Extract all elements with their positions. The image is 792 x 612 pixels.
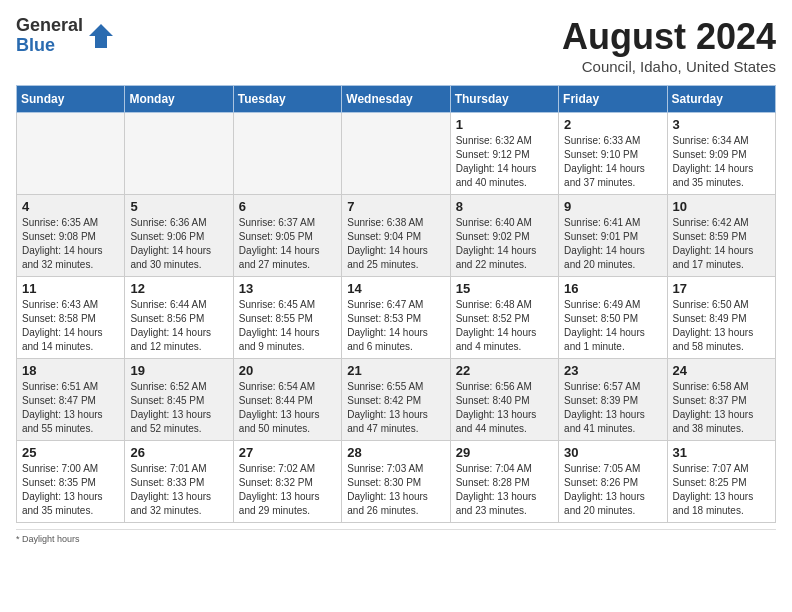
day-info: Sunrise: 7:01 AMSunset: 8:33 PMDaylight:… bbox=[130, 462, 227, 518]
day-number: 12 bbox=[130, 281, 227, 296]
daylight-note: * Daylight hours bbox=[16, 529, 776, 544]
day-number: 3 bbox=[673, 117, 770, 132]
calendar-cell: 12Sunrise: 6:44 AMSunset: 8:56 PMDayligh… bbox=[125, 277, 233, 359]
day-number: 2 bbox=[564, 117, 661, 132]
day-info: Sunrise: 6:52 AMSunset: 8:45 PMDaylight:… bbox=[130, 380, 227, 436]
day-info: Sunrise: 7:04 AMSunset: 8:28 PMDaylight:… bbox=[456, 462, 553, 518]
calendar-cell: 26Sunrise: 7:01 AMSunset: 8:33 PMDayligh… bbox=[125, 441, 233, 523]
day-number: 10 bbox=[673, 199, 770, 214]
calendar-cell: 20Sunrise: 6:54 AMSunset: 8:44 PMDayligh… bbox=[233, 359, 341, 441]
calendar-cell: 4Sunrise: 6:35 AMSunset: 9:08 PMDaylight… bbox=[17, 195, 125, 277]
calendar-cell bbox=[233, 113, 341, 195]
day-info: Sunrise: 6:58 AMSunset: 8:37 PMDaylight:… bbox=[673, 380, 770, 436]
calendar-cell: 7Sunrise: 6:38 AMSunset: 9:04 PMDaylight… bbox=[342, 195, 450, 277]
day-number: 15 bbox=[456, 281, 553, 296]
day-number: 25 bbox=[22, 445, 119, 460]
calendar-cell: 21Sunrise: 6:55 AMSunset: 8:42 PMDayligh… bbox=[342, 359, 450, 441]
logo-icon bbox=[87, 22, 115, 50]
day-number: 28 bbox=[347, 445, 444, 460]
calendar-cell: 18Sunrise: 6:51 AMSunset: 8:47 PMDayligh… bbox=[17, 359, 125, 441]
header-thursday: Thursday bbox=[450, 86, 558, 113]
day-info: Sunrise: 6:47 AMSunset: 8:53 PMDaylight:… bbox=[347, 298, 444, 354]
calendar-cell: 6Sunrise: 6:37 AMSunset: 9:05 PMDaylight… bbox=[233, 195, 341, 277]
day-number: 17 bbox=[673, 281, 770, 296]
calendar-cell: 1Sunrise: 6:32 AMSunset: 9:12 PMDaylight… bbox=[450, 113, 558, 195]
calendar-week-4: 18Sunrise: 6:51 AMSunset: 8:47 PMDayligh… bbox=[17, 359, 776, 441]
calendar-cell: 17Sunrise: 6:50 AMSunset: 8:49 PMDayligh… bbox=[667, 277, 775, 359]
calendar-cell: 15Sunrise: 6:48 AMSunset: 8:52 PMDayligh… bbox=[450, 277, 558, 359]
day-number: 7 bbox=[347, 199, 444, 214]
calendar-table: SundayMondayTuesdayWednesdayThursdayFrid… bbox=[16, 85, 776, 523]
calendar-cell: 3Sunrise: 6:34 AMSunset: 9:09 PMDaylight… bbox=[667, 113, 775, 195]
calendar-cell bbox=[342, 113, 450, 195]
calendar-week-2: 4Sunrise: 6:35 AMSunset: 9:08 PMDaylight… bbox=[17, 195, 776, 277]
calendar-week-3: 11Sunrise: 6:43 AMSunset: 8:58 PMDayligh… bbox=[17, 277, 776, 359]
day-info: Sunrise: 6:36 AMSunset: 9:06 PMDaylight:… bbox=[130, 216, 227, 272]
day-number: 4 bbox=[22, 199, 119, 214]
day-number: 5 bbox=[130, 199, 227, 214]
day-number: 11 bbox=[22, 281, 119, 296]
header-wednesday: Wednesday bbox=[342, 86, 450, 113]
day-info: Sunrise: 6:34 AMSunset: 9:09 PMDaylight:… bbox=[673, 134, 770, 190]
day-info: Sunrise: 6:48 AMSunset: 8:52 PMDaylight:… bbox=[456, 298, 553, 354]
calendar-cell: 10Sunrise: 6:42 AMSunset: 8:59 PMDayligh… bbox=[667, 195, 775, 277]
calendar-cell: 23Sunrise: 6:57 AMSunset: 8:39 PMDayligh… bbox=[559, 359, 667, 441]
day-number: 31 bbox=[673, 445, 770, 460]
day-number: 6 bbox=[239, 199, 336, 214]
day-info: Sunrise: 7:03 AMSunset: 8:30 PMDaylight:… bbox=[347, 462, 444, 518]
calendar-cell: 9Sunrise: 6:41 AMSunset: 9:01 PMDaylight… bbox=[559, 195, 667, 277]
calendar-cell: 16Sunrise: 6:49 AMSunset: 8:50 PMDayligh… bbox=[559, 277, 667, 359]
location: Council, Idaho, United States bbox=[562, 58, 776, 75]
day-info: Sunrise: 6:50 AMSunset: 8:49 PMDaylight:… bbox=[673, 298, 770, 354]
calendar-cell: 24Sunrise: 6:58 AMSunset: 8:37 PMDayligh… bbox=[667, 359, 775, 441]
calendar-cell: 2Sunrise: 6:33 AMSunset: 9:10 PMDaylight… bbox=[559, 113, 667, 195]
day-number: 23 bbox=[564, 363, 661, 378]
day-info: Sunrise: 6:33 AMSunset: 9:10 PMDaylight:… bbox=[564, 134, 661, 190]
day-info: Sunrise: 6:57 AMSunset: 8:39 PMDaylight:… bbox=[564, 380, 661, 436]
day-number: 13 bbox=[239, 281, 336, 296]
day-info: Sunrise: 7:02 AMSunset: 8:32 PMDaylight:… bbox=[239, 462, 336, 518]
day-info: Sunrise: 6:51 AMSunset: 8:47 PMDaylight:… bbox=[22, 380, 119, 436]
day-number: 24 bbox=[673, 363, 770, 378]
day-info: Sunrise: 6:55 AMSunset: 8:42 PMDaylight:… bbox=[347, 380, 444, 436]
calendar-cell bbox=[17, 113, 125, 195]
day-info: Sunrise: 6:49 AMSunset: 8:50 PMDaylight:… bbox=[564, 298, 661, 354]
day-info: Sunrise: 7:05 AMSunset: 8:26 PMDaylight:… bbox=[564, 462, 661, 518]
calendar-cell: 8Sunrise: 6:40 AMSunset: 9:02 PMDaylight… bbox=[450, 195, 558, 277]
calendar-cell: 30Sunrise: 7:05 AMSunset: 8:26 PMDayligh… bbox=[559, 441, 667, 523]
calendar-cell: 5Sunrise: 6:36 AMSunset: 9:06 PMDaylight… bbox=[125, 195, 233, 277]
day-number: 20 bbox=[239, 363, 336, 378]
month-year: August 2024 bbox=[562, 16, 776, 58]
day-number: 1 bbox=[456, 117, 553, 132]
day-number: 8 bbox=[456, 199, 553, 214]
day-number: 14 bbox=[347, 281, 444, 296]
day-info: Sunrise: 6:54 AMSunset: 8:44 PMDaylight:… bbox=[239, 380, 336, 436]
day-info: Sunrise: 6:37 AMSunset: 9:05 PMDaylight:… bbox=[239, 216, 336, 272]
day-number: 22 bbox=[456, 363, 553, 378]
day-info: Sunrise: 6:38 AMSunset: 9:04 PMDaylight:… bbox=[347, 216, 444, 272]
logo: General Blue bbox=[16, 16, 115, 56]
title-block: August 2024 Council, Idaho, United State… bbox=[562, 16, 776, 75]
calendar-cell: 14Sunrise: 6:47 AMSunset: 8:53 PMDayligh… bbox=[342, 277, 450, 359]
calendar-cell: 25Sunrise: 7:00 AMSunset: 8:35 PMDayligh… bbox=[17, 441, 125, 523]
day-number: 30 bbox=[564, 445, 661, 460]
calendar-cell: 27Sunrise: 7:02 AMSunset: 8:32 PMDayligh… bbox=[233, 441, 341, 523]
calendar-cell: 28Sunrise: 7:03 AMSunset: 8:30 PMDayligh… bbox=[342, 441, 450, 523]
day-number: 16 bbox=[564, 281, 661, 296]
day-number: 19 bbox=[130, 363, 227, 378]
day-info: Sunrise: 6:40 AMSunset: 9:02 PMDaylight:… bbox=[456, 216, 553, 272]
header-sunday: Sunday bbox=[17, 86, 125, 113]
svg-marker-0 bbox=[89, 24, 113, 48]
header-tuesday: Tuesday bbox=[233, 86, 341, 113]
day-info: Sunrise: 6:35 AMSunset: 9:08 PMDaylight:… bbox=[22, 216, 119, 272]
day-number: 29 bbox=[456, 445, 553, 460]
day-number: 21 bbox=[347, 363, 444, 378]
day-info: Sunrise: 6:44 AMSunset: 8:56 PMDaylight:… bbox=[130, 298, 227, 354]
daylight-label: Daylight hours bbox=[22, 534, 80, 544]
day-info: Sunrise: 6:32 AMSunset: 9:12 PMDaylight:… bbox=[456, 134, 553, 190]
calendar-week-5: 25Sunrise: 7:00 AMSunset: 8:35 PMDayligh… bbox=[17, 441, 776, 523]
calendar-header-row: SundayMondayTuesdayWednesdayThursdayFrid… bbox=[17, 86, 776, 113]
calendar-cell: 29Sunrise: 7:04 AMSunset: 8:28 PMDayligh… bbox=[450, 441, 558, 523]
header-monday: Monday bbox=[125, 86, 233, 113]
day-info: Sunrise: 6:43 AMSunset: 8:58 PMDaylight:… bbox=[22, 298, 119, 354]
